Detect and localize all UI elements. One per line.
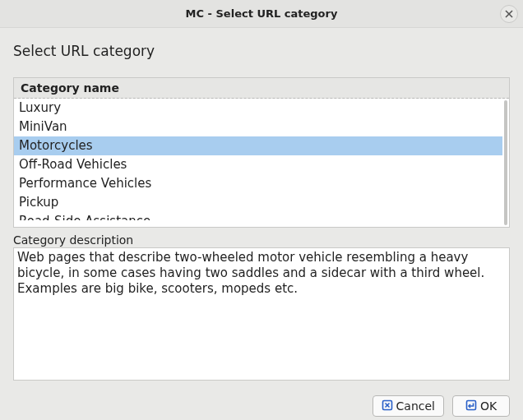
ok-button[interactable]: OK: [452, 395, 510, 417]
description-label: Category description: [13, 233, 510, 247]
close-icon: [505, 7, 513, 21]
category-row[interactable]: Motorcycles: [14, 136, 502, 155]
category-list-scroll: LuxuryMiniVanMotorcyclesOff-Road Vehicle…: [14, 99, 502, 227]
category-row[interactable]: Luxury: [14, 99, 502, 118]
svg-rect-5: [466, 400, 475, 409]
category-row[interactable]: Road-Side Assistance: [14, 212, 502, 220]
category-list-panel: Category name LuxuryMiniVanMotorcyclesOf…: [13, 77, 510, 228]
description-text: Web pages that describe two-wheeled moto…: [13, 247, 510, 381]
scrollbar[interactable]: [504, 100, 507, 225]
category-row[interactable]: Off-Road Vehicles: [14, 155, 502, 174]
titlebar: MC - Select URL category: [0, 0, 523, 28]
return-icon: [465, 399, 477, 413]
description-panel: Category description Web pages that desc…: [13, 233, 510, 381]
cancel-label: Cancel: [396, 399, 435, 413]
button-bar: Cancel OK: [0, 389, 523, 417]
window-title: MC - Select URL category: [186, 7, 338, 20]
category-list-header[interactable]: Category name: [14, 78, 509, 99]
cancel-icon: [382, 399, 393, 413]
category-row[interactable]: Performance Vehicles: [14, 174, 502, 193]
category-row[interactable]: Pickup: [14, 193, 502, 212]
category-row[interactable]: MiniVan: [14, 118, 502, 136]
ok-label: OK: [480, 399, 497, 413]
dialog-content: Select URL category Category name Luxury…: [0, 28, 523, 389]
cancel-button[interactable]: Cancel: [373, 395, 444, 417]
page-heading: Select URL category: [13, 43, 510, 59]
close-button[interactable]: [500, 5, 518, 23]
category-list-body: LuxuryMiniVanMotorcyclesOff-Road Vehicle…: [14, 99, 509, 227]
